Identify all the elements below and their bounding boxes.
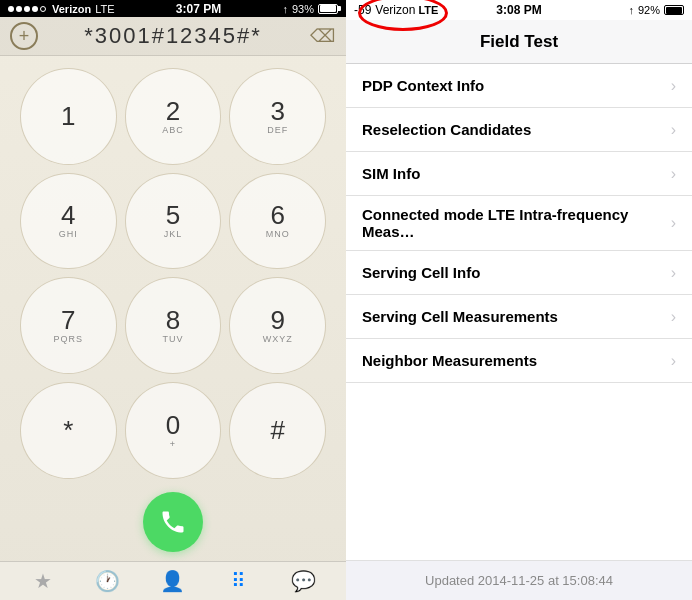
field-test-menu: PDP Context Info›Reselection Candidates›… [346,64,692,560]
key-button-0[interactable]: 0+ [125,382,222,479]
signal-dbm: -59 [354,3,371,17]
add-call-button[interactable]: + [10,22,38,50]
chevron-icon-4: › [671,264,676,282]
delete-button[interactable]: ⌫ [308,22,336,50]
signal-dots: Verizon LTE [8,3,114,15]
key-main-5: 6 [270,202,284,228]
signal-area: -59 Verizon LTE [354,3,438,17]
dialer-number-display: *3001#12345#* [38,23,308,49]
key-button-hash[interactable]: # [229,382,326,479]
keypad-grid: 12ABC3DEF4GHI5JKL6MNO7PQRS8TUV9WXYZ*0+# [0,56,346,491]
key-sub-4: JKL [164,229,183,239]
tab-recents[interactable]: 🕐 [95,568,121,594]
status-right-area: ↑ 92% [628,4,684,16]
key-sub-3: GHI [59,229,78,239]
network-label-left: LTE [95,3,114,15]
field-test-panel: -59 Verizon LTE 3:08 PM ↑ 92% Field Test… [346,0,692,600]
key-main-1: 2 [166,98,180,124]
dialer-input-row: + *3001#12345#* ⌫ [0,17,346,56]
footer-timestamp: Updated 2014-11-25 at 15:08:44 [346,560,692,600]
menu-item-label-3: Connected mode LTE Intra-frequency Meas… [362,196,663,250]
key-main-10: 0 [166,412,180,438]
signal-dot-1 [8,6,14,12]
tab-bar: ★🕐👤⠿💬 [0,561,346,600]
key-sub-5: MNO [266,229,290,239]
battery-icon-right [664,5,684,15]
call-row [0,491,346,562]
menu-item-0[interactable]: PDP Context Info› [346,64,692,108]
key-main-0: 1 [61,103,75,129]
key-sub-8: WXYZ [263,334,293,344]
network-label-right: LTE [418,4,438,16]
signal-dot-5 [40,6,46,12]
status-bar-left: Verizon LTE 3:07 PM ↑ 93% [0,0,346,17]
key-button-2[interactable]: 2ABC [125,68,222,165]
key-sub-10: + [170,439,176,449]
key-sub-1: ABC [162,125,184,135]
key-main-3: 4 [61,202,75,228]
chevron-icon-3: › [671,214,676,232]
key-main-2: 3 [270,98,284,124]
key-button-7[interactable]: 7PQRS [20,277,117,374]
key-main-8: 9 [270,307,284,333]
menu-item-3[interactable]: Connected mode LTE Intra-frequency Meas…… [346,196,692,251]
key-main-4: 5 [166,202,180,228]
menu-item-label-1: Reselection Candidates [362,111,663,148]
call-button[interactable] [143,492,203,552]
key-button-9[interactable]: 9WXYZ [229,277,326,374]
key-button-8[interactable]: 8TUV [125,277,222,374]
chevron-icon-1: › [671,121,676,139]
arrow-icon-right: ↑ [628,4,634,16]
menu-item-5[interactable]: Serving Cell Measurements› [346,295,692,339]
menu-item-1[interactable]: Reselection Candidates› [346,108,692,152]
chevron-icon-5: › [671,308,676,326]
key-button-3[interactable]: 3DEF [229,68,326,165]
tab-keypad[interactable]: ⠿ [225,568,251,594]
carrier-label-right: Verizon [375,3,415,17]
key-button-6[interactable]: 6MNO [229,173,326,270]
battery-pct-right: 92% [638,4,660,16]
time-right: 3:08 PM [496,3,541,17]
menu-item-4[interactable]: Serving Cell Info› [346,251,692,295]
key-button-star[interactable]: * [20,382,117,479]
arrow-icon: ↑ [282,3,288,15]
chevron-icon-0: › [671,77,676,95]
key-main-11: # [270,417,284,443]
menu-item-6[interactable]: Neighbor Measurements› [346,339,692,383]
signal-dot-3 [24,6,30,12]
dialer-panel: Verizon LTE 3:07 PM ↑ 93% + *3001#12345#… [0,0,346,600]
chevron-icon-2: › [671,165,676,183]
key-button-4[interactable]: 4GHI [20,173,117,270]
signal-dot-2 [16,6,22,12]
key-main-9: * [63,417,73,443]
page-title: Field Test [480,32,558,52]
status-right-icons-left: ↑ 93% [282,3,338,15]
menu-item-2[interactable]: SIM Info› [346,152,692,196]
chevron-icon-6: › [671,352,676,370]
tab-voicemail[interactable]: 💬 [290,568,316,594]
key-sub-7: TUV [162,334,183,344]
signal-dot-4 [32,6,38,12]
tab-contacts[interactable]: 👤 [160,568,186,594]
carrier-label-left: Verizon [52,3,91,15]
key-main-6: 7 [61,307,75,333]
menu-item-label-6: Neighbor Measurements [362,342,663,379]
key-sub-2: DEF [267,125,288,135]
status-bar-right: -59 Verizon LTE 3:08 PM ↑ 92% [346,0,692,20]
battery-icon-left [318,4,338,14]
battery-label-left: 93% [292,3,314,15]
key-button-1[interactable]: 1 [20,68,117,165]
navigation-bar: Field Test [346,20,692,64]
menu-item-label-4: Serving Cell Info [362,254,663,291]
menu-item-label-0: PDP Context Info [362,67,663,104]
key-main-7: 8 [166,307,180,333]
tab-favorites[interactable]: ★ [30,568,56,594]
key-sub-6: PQRS [54,334,84,344]
menu-item-label-2: SIM Info [362,155,663,192]
menu-item-label-5: Serving Cell Measurements [362,298,663,335]
key-button-5[interactable]: 5JKL [125,173,222,270]
time-left: 3:07 PM [176,2,221,16]
